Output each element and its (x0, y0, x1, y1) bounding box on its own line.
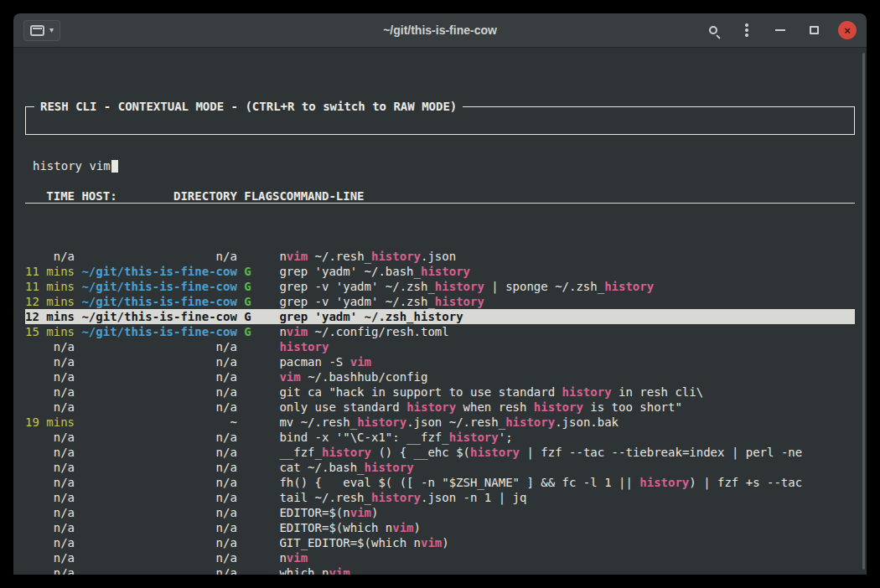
command-text: cat ~/.bash_ (279, 461, 364, 474)
history-row[interactable]: n/an/aEDITOR=$(nvim) (25, 505, 855, 520)
command-text: __fzf_ (279, 446, 322, 459)
row-flags (244, 520, 279, 535)
history-row[interactable]: 19 mins~mv ~/.resh_history.json ~/.resh_… (25, 415, 855, 430)
command-text: ~/.bashhub/config (301, 370, 428, 384)
row-directory: n/a (81, 565, 236, 575)
row-command: history (279, 339, 855, 354)
command-text: grep -v 'yadm' ~/.zsh_ (279, 295, 434, 308)
command-text: in resh cli\ (612, 385, 704, 399)
history-row[interactable]: 11 mins~/git/this-is-fine-cowGgrep -v 'y… (25, 279, 855, 294)
history-row[interactable]: 11 mins~/git/this-is-fine-cowGgrep 'yadm… (25, 264, 855, 279)
command-match-text: vim (279, 370, 300, 384)
resh-mode-label: RESH CLI - CONTEXTUAL MODE - (CTRL+R to … (34, 99, 463, 114)
row-time: n/a (25, 369, 75, 384)
history-row[interactable]: n/an/aEDITOR=$(which nvim) (25, 520, 855, 535)
row-directory: n/a (81, 354, 236, 369)
command-match-text: history (562, 385, 612, 399)
row-directory: n/a (81, 475, 236, 490)
row-time: 19 mins (25, 415, 75, 430)
history-row[interactable]: n/an/anvim (25, 550, 855, 565)
row-command: mv ~/.resh_history.json ~/.resh_history.… (279, 415, 855, 430)
command-match-text: history (357, 415, 406, 429)
close-button[interactable]: × (838, 21, 857, 39)
new-tab-button[interactable]: ▾ (23, 20, 60, 41)
command-text: ) (442, 536, 448, 549)
search-input[interactable]: history vim (26, 152, 854, 173)
row-time: n/a (25, 430, 75, 445)
chevron-down-icon: ▾ (49, 26, 54, 34)
row-directory: n/a (81, 490, 236, 505)
history-row[interactable]: n/an/agit ca "hack in support to use sta… (25, 384, 855, 400)
row-command: grep 'yadm' ~/.zsh_history (279, 309, 855, 324)
restore-button[interactable] (805, 21, 823, 39)
terminal[interactable]: RESH CLI - CONTEXTUAL MODE - (CTRL+R to … (13, 48, 867, 575)
history-row[interactable]: n/an/atail ~/.resh_history.json -n 1 | j… (25, 490, 855, 505)
history-row[interactable]: n/an/avim ~/.bashhub/config (25, 369, 855, 384)
row-directory: ~ (81, 415, 236, 430)
row-time: n/a (25, 505, 75, 520)
row-command: nvim ~/.config/resh.toml (279, 324, 855, 339)
command-text: which n (279, 566, 329, 575)
row-flags: G (244, 324, 279, 339)
resh-search-box: RESH CLI - CONTEXTUAL MODE - (CTRL+R to … (25, 106, 855, 135)
history-row[interactable]: n/an/awhich nvim (25, 565, 855, 575)
titlebar[interactable]: ~/git/this-is-fine-cow ▾ × (13, 13, 867, 48)
history-row[interactable]: n/an/aGIT_EDITOR=$(which nvim) (25, 535, 855, 550)
command-match-text: history (322, 446, 371, 459)
history-row[interactable]: 12 mins~/git/this-is-fine-cowGgrep -v 'y… (25, 294, 855, 309)
history-row[interactable]: n/an/ahistory (25, 339, 855, 354)
row-directory: n/a (81, 249, 236, 264)
menu-button[interactable] (738, 21, 756, 39)
history-row[interactable]: n/an/aonly use standard history when res… (25, 400, 855, 415)
row-flags (244, 505, 279, 520)
row-command: nvim ~/.resh_history.json (279, 249, 855, 264)
row-time: n/a (25, 400, 75, 415)
command-text: .json ~/.resh_ (406, 415, 505, 429)
row-directory: n/a (81, 400, 236, 415)
command-match-text: history (406, 400, 456, 414)
row-command: cat ~/.bash_history (279, 460, 855, 475)
command-match-text: vim (329, 566, 349, 575)
row-time: n/a (25, 460, 75, 475)
row-command: pacman -S vim (279, 354, 855, 369)
row-command: grep -v 'yadm' ~/.zsh_history (279, 294, 855, 309)
minimize-button[interactable] (771, 21, 789, 39)
command-text: grep -v 'yadm' ~/.zsh_ (279, 280, 434, 293)
search-icon (709, 26, 717, 34)
command-text: when resh (456, 400, 534, 414)
history-row[interactable]: n/an/acat ~/.bash_history (25, 460, 855, 475)
command-match-text: history (639, 476, 689, 489)
row-directory: ~/git/this-is-fine-cow (81, 294, 236, 309)
row-directory: n/a (81, 520, 236, 535)
row-time: n/a (25, 384, 75, 400)
history-row[interactable]: n/an/anvim ~/.resh_history.json (25, 249, 855, 264)
row-command: EDITOR=$(nvim) (279, 505, 855, 520)
row-flags (244, 460, 279, 475)
row-flags (244, 400, 279, 415)
row-directory: n/a (81, 430, 236, 445)
search-button[interactable] (704, 21, 722, 39)
command-text: () { __ehc $( (371, 446, 470, 459)
command-text: .json.bak (555, 415, 619, 429)
history-row-selected[interactable]: 12 mins~/git/this-is-fine-cowGgrep 'yadm… (25, 309, 855, 324)
row-directory: ~/git/this-is-fine-cow (81, 279, 236, 294)
command-text: ~/.resh_ (308, 250, 371, 263)
row-flags (244, 445, 279, 460)
history-row[interactable]: n/an/a__fzf_history () { __ehc $(history… (25, 445, 855, 460)
row-directory: ~/git/this-is-fine-cow (81, 324, 236, 339)
history-row[interactable]: 15 mins~/git/this-is-fine-cowGnvim ~/.co… (25, 324, 855, 339)
command-text: ~/.config/resh.toml (308, 325, 449, 338)
row-flags (244, 384, 279, 400)
history-row[interactable]: n/an/apacman -S vim (25, 354, 855, 369)
history-row[interactable]: n/an/abind -x '"\C-x1": __fzf_history'; (25, 430, 855, 445)
scrollbar[interactable] (862, 53, 865, 570)
row-flags (244, 550, 279, 565)
history-row[interactable]: n/an/afh() { eval $( ([ -n "$ZSH_NAME" ]… (25, 475, 855, 490)
row-flags (244, 430, 279, 445)
row-flags: G (244, 309, 279, 324)
command-match-text: vim (421, 536, 442, 549)
row-command: GIT_EDITOR=$(which nvim) (279, 535, 855, 550)
row-directory: n/a (81, 445, 236, 460)
command-text: | fzf --tac --tiebreak=index | perl -ne (520, 446, 802, 459)
command-match-text: vim (287, 250, 308, 263)
